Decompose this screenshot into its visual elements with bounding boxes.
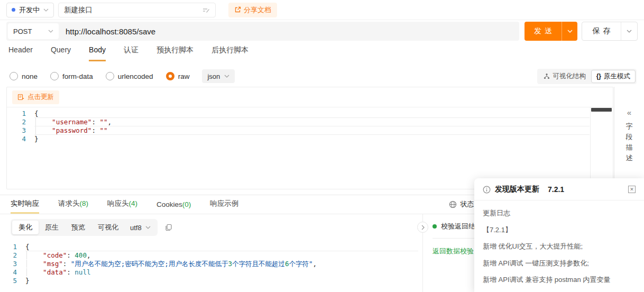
body-type-option-none[interactable]: none bbox=[10, 72, 38, 80]
code-token: "password" bbox=[52, 126, 91, 134]
encoding-dropdown[interactable]: utf8 bbox=[125, 222, 156, 234]
body-type-option-form-data[interactable]: form-data bbox=[50, 72, 93, 80]
code-token: 3 bbox=[228, 260, 232, 268]
code-content: } bbox=[34, 135, 590, 143]
body-type-radios: noneform-dataurlencodedraw bbox=[10, 72, 202, 80]
info-circle-icon bbox=[483, 186, 491, 194]
save-button[interactable]: 保存 bbox=[582, 22, 621, 40]
request-tab-Body[interactable]: Body bbox=[89, 45, 106, 61]
radio-icon bbox=[50, 72, 59, 80]
response-tab-Cookies[interactable]: Cookies(0) bbox=[157, 196, 191, 214]
expand-left-icon[interactable]: « bbox=[627, 108, 631, 117]
code-token: : bbox=[67, 251, 75, 259]
response-mode-原生[interactable]: 原生 bbox=[39, 221, 65, 234]
share-doc-button[interactable]: 分享文档 bbox=[228, 3, 277, 17]
code-token: 400 bbox=[75, 251, 87, 259]
chevron-down-icon bbox=[145, 226, 151, 229]
request-tab-Header[interactable]: Header bbox=[8, 45, 33, 61]
request-tab-预执行脚本[interactable]: 预执行脚本 bbox=[157, 45, 194, 61]
edit-icon[interactable] bbox=[203, 7, 210, 13]
body-type-option-raw[interactable]: raw bbox=[166, 72, 190, 80]
notification-title: 发现版本更新 bbox=[495, 185, 539, 194]
code-token: "code" bbox=[43, 251, 67, 259]
format-value: json bbox=[207, 72, 220, 80]
response-mode-可视化[interactable]: 可视化 bbox=[91, 221, 125, 234]
code-token: , bbox=[108, 118, 112, 126]
sitemap-icon bbox=[544, 73, 550, 79]
code-token bbox=[26, 268, 43, 276]
code-content: "code": 400, bbox=[25, 251, 418, 260]
response-tab-响应头[interactable]: 响应头(4) bbox=[107, 194, 137, 214]
api-status-dropdown[interactable]: 开发中 bbox=[6, 3, 54, 17]
request-tab-Query[interactable]: Query bbox=[51, 45, 71, 61]
body-view-toggle: 可视化结构 {} 原生模式 bbox=[537, 69, 637, 84]
field-description-char: 述 bbox=[626, 153, 633, 163]
chevron-right-icon bbox=[421, 225, 425, 230]
code-token: { bbox=[25, 243, 30, 251]
request-tabs: HeaderQueryBody认证预执行脚本后执行脚本 bbox=[8, 45, 249, 61]
field-description-char: 描 bbox=[626, 142, 633, 153]
share-icon bbox=[234, 6, 241, 13]
request-tab-认证[interactable]: 认证 bbox=[124, 45, 139, 61]
code-content: "username": "", bbox=[34, 118, 590, 126]
field-description-char: 段 bbox=[626, 132, 633, 142]
save-options-button[interactable] bbox=[621, 22, 637, 40]
request-url-row: POST http://localhost:8085/save 发送 保存 bbox=[6, 22, 638, 41]
click-update-label: 点击更新 bbox=[27, 93, 54, 102]
click-update-button[interactable]: 点击更新 bbox=[12, 90, 59, 104]
editor-minimap[interactable] bbox=[590, 107, 613, 189]
copy-button[interactable] bbox=[165, 224, 172, 231]
code-token: "msg" bbox=[43, 260, 63, 268]
chevron-down-icon bbox=[48, 30, 53, 33]
code-token: "" bbox=[99, 118, 107, 126]
code-line: 3 "password": "" bbox=[7, 126, 613, 135]
body-type-option-urlencoded[interactable]: urlencoded bbox=[106, 72, 153, 80]
collapse-panel-button[interactable] bbox=[417, 222, 428, 233]
response-tab-实时响应[interactable]: 实时响应 bbox=[11, 194, 39, 214]
url-box: POST http://localhost:8085/save bbox=[6, 22, 519, 41]
format-dropdown[interactable]: json bbox=[202, 69, 235, 83]
response-tab-count: (8) bbox=[80, 199, 89, 207]
changelog-item: 新增 优化UI交互，大大提升性能; bbox=[483, 241, 636, 252]
request-code-area[interactable]: 1{2 "username": "",3 "password": ""4} bbox=[7, 107, 613, 189]
method-dropdown[interactable]: POST bbox=[8, 23, 59, 39]
visual-structure-toggle[interactable]: 可视化结构 bbox=[538, 70, 591, 83]
response-mode-美化[interactable]: 美化 bbox=[12, 221, 39, 234]
line-number: 1 bbox=[0, 243, 25, 251]
raw-mode-toggle[interactable]: {} 原生模式 bbox=[591, 70, 636, 83]
body-type-label: urlencoded bbox=[118, 72, 153, 80]
code-content: { bbox=[34, 110, 590, 118]
notification-version: 7.2.1 bbox=[548, 185, 564, 194]
body-type-label: none bbox=[22, 72, 38, 80]
send-options-button[interactable] bbox=[562, 22, 577, 41]
send-button[interactable]: 发送 bbox=[525, 22, 562, 41]
code-token: : bbox=[67, 268, 75, 276]
response-mode-group: 美化原生预览可视化utf8 bbox=[11, 219, 158, 236]
notification-header: 发现版本更新 7.2.1 ✕ bbox=[474, 178, 644, 200]
chevron-down-icon bbox=[627, 30, 632, 33]
response-mode-预览[interactable]: 预览 bbox=[65, 221, 91, 234]
url-input[interactable]: http://localhost:8085/save bbox=[66, 27, 155, 36]
share-doc-label: 分享文档 bbox=[244, 5, 271, 15]
braces-icon: {} bbox=[596, 72, 601, 80]
response-code-area[interactable]: 1{2 "code": 400,3 "msg": "用户名不能为空;密码不能为空… bbox=[0, 241, 422, 285]
api-status-label: 开发中 bbox=[19, 5, 40, 15]
request-code-lines: 1{2 "username": "",3 "password": ""4} bbox=[7, 110, 613, 143]
minimap-slider[interactable] bbox=[591, 108, 612, 112]
body-type-label: raw bbox=[178, 72, 190, 80]
raw-mode-label: 原生模式 bbox=[604, 72, 630, 81]
code-token: } bbox=[25, 277, 30, 285]
changelog-item: 【7.2.1】 bbox=[483, 225, 636, 235]
request-tab-后执行脚本[interactable]: 后执行脚本 bbox=[211, 45, 249, 61]
close-icon[interactable]: ✕ bbox=[628, 186, 636, 193]
code-token: , bbox=[87, 251, 91, 259]
copy-icon bbox=[165, 224, 172, 231]
code-token: "username" bbox=[52, 118, 91, 126]
method-value: POST bbox=[13, 28, 32, 35]
response-tab-响应示例[interactable]: 响应示例 bbox=[210, 194, 238, 214]
response-tab-请求头[interactable]: 请求头(8) bbox=[58, 194, 88, 214]
code-token: : bbox=[63, 260, 71, 268]
code-content: "msg": "用户名不能为空;密码不能为空;用户名长度不能低于3个字符且不能超… bbox=[25, 260, 418, 268]
api-title-input[interactable]: 新建接口 bbox=[58, 3, 216, 17]
validation-rule-link[interactable]: 返回数据校验 bbox=[433, 247, 474, 256]
